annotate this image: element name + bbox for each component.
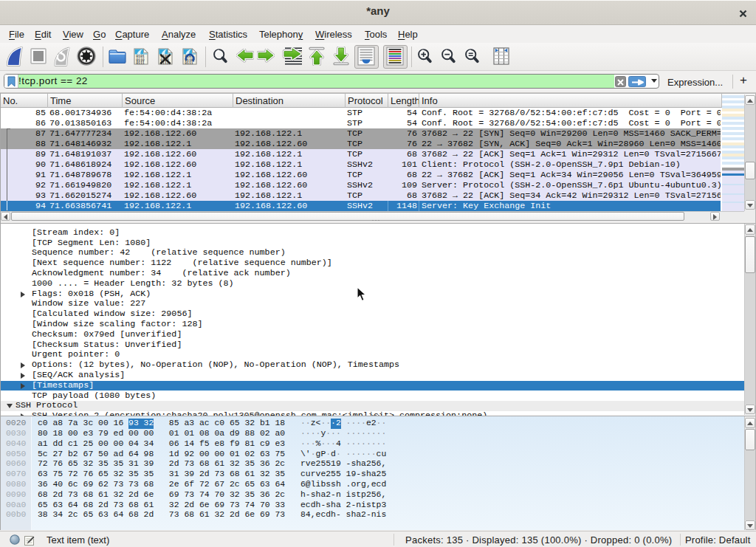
svg-text:0111: 0111 (136, 61, 145, 65)
svg-text:0111: 0111 (185, 61, 193, 65)
